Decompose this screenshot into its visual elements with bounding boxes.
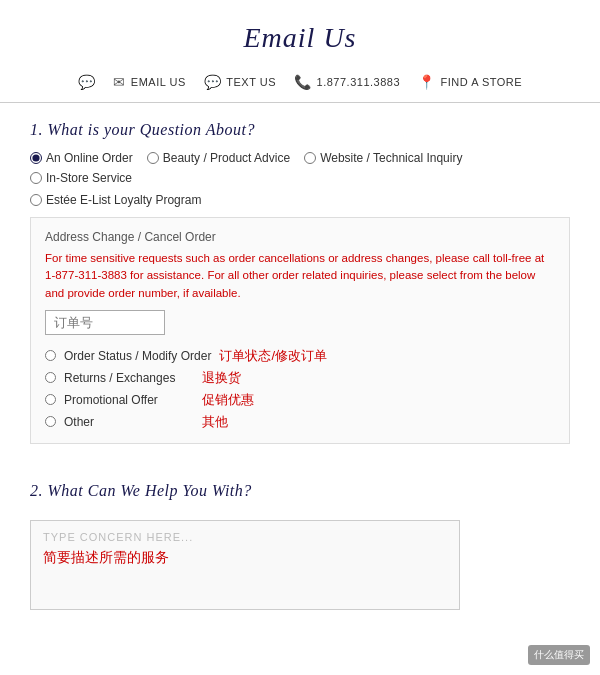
sub-radio-returns[interactable]: Returns / Exchanges 退换货 (45, 369, 555, 387)
chat-icon: 💬 (78, 74, 96, 90)
text-label: TEXT US (226, 76, 276, 88)
section1-number: 1. (30, 121, 43, 138)
nav-store[interactable]: 📍 FIND A STORE (418, 74, 522, 90)
radio-beauty[interactable]: Beauty / Product Advice (147, 151, 290, 165)
sub-radio-returns-label: Returns / Exchanges (64, 371, 194, 385)
radio-website[interactable]: Website / Technical Inquiry (304, 151, 462, 165)
order-input-row (45, 310, 555, 335)
radio-online-order-label: An Online Order (46, 151, 133, 165)
sub-radio-other-chinese: 其他 (202, 413, 228, 431)
page-title: Email Us (0, 0, 600, 66)
sub-radio-order-status-label: Order Status / Modify Order (64, 349, 211, 363)
radio-loyalty[interactable]: Estée E-List Loyalty Program (30, 193, 201, 207)
sub-radio-returns-chinese: 退换货 (202, 369, 241, 387)
radio-online-order[interactable]: An Online Order (30, 151, 133, 165)
nav-phone[interactable]: 📞 1.877.311.3883 (294, 74, 400, 90)
sub-radio-order-status-chinese: 订单状态/修改订单 (219, 347, 327, 365)
phone-number: 1.877.311.3883 (317, 76, 400, 88)
section2-heading: What Can We Help You With? (48, 482, 252, 499)
section1-heading: What is your Question About? (48, 121, 255, 138)
section1: 1. What is your Question About? An Onlin… (30, 103, 570, 444)
sub-radio-promo-label: Promotional Offer (64, 393, 194, 407)
sub-radio-other[interactable]: Other 其他 (45, 413, 555, 431)
question-radio-group: An Online Order Beauty / Product Advice … (30, 151, 570, 185)
section2: 2. What Can We Help You With? TYPE CONCE… (30, 464, 570, 610)
notice-text: For time sensitive requests such as orde… (45, 250, 555, 302)
radio-loyalty-label: Estée E-List Loyalty Program (46, 193, 201, 207)
nav-chat-icon[interactable]: 💬 (78, 74, 96, 90)
nav-email[interactable]: ✉ EMAIL US (113, 74, 185, 90)
watermark: 什么值得买 (528, 645, 590, 665)
sub-radio-other-label: Other (64, 415, 194, 429)
sub-radio-order-status[interactable]: Order Status / Modify Order 订单状态/修改订单 (45, 347, 555, 365)
concern-textarea-box: TYPE CONCERN HERE... 简要描述所需的服务 (30, 520, 460, 610)
section2-number: 2. (30, 482, 43, 499)
text-icon: 💬 (204, 74, 222, 90)
nav-text[interactable]: 💬 TEXT US (204, 74, 276, 90)
sub-radio-promo-chinese: 促销优惠 (202, 391, 254, 409)
find-store-label: FIND A STORE (441, 76, 523, 88)
sub-radio-group: Order Status / Modify Order 订单状态/修改订单 Re… (45, 347, 555, 431)
nav-bar: 💬 ✉ EMAIL US 💬 TEXT US 📞 1.877.311.3883 … (0, 66, 600, 103)
sub-section-address: Address Change / Cancel Order For time s… (30, 217, 570, 444)
location-icon: 📍 (418, 74, 436, 90)
section2-title: 2. What Can We Help You With? (30, 464, 570, 512)
radio-instore-label: In-Store Service (46, 171, 132, 185)
email-icon: ✉ (113, 74, 126, 90)
section1-title: 1. What is your Question About? (30, 103, 570, 151)
sub-radio-promo[interactable]: Promotional Offer 促销优惠 (45, 391, 555, 409)
question-radio-group2: Estée E-List Loyalty Program (30, 193, 570, 207)
email-label: EMAIL US (131, 76, 186, 88)
radio-website-label: Website / Technical Inquiry (320, 151, 462, 165)
order-number-input[interactable] (45, 310, 165, 335)
phone-icon: 📞 (294, 74, 312, 90)
radio-instore[interactable]: In-Store Service (30, 171, 132, 185)
radio-beauty-label: Beauty / Product Advice (163, 151, 290, 165)
sub-section-title: Address Change / Cancel Order (45, 230, 555, 244)
main-content: 1. What is your Question About? An Onlin… (0, 103, 600, 610)
concern-textarea[interactable] (31, 521, 459, 609)
